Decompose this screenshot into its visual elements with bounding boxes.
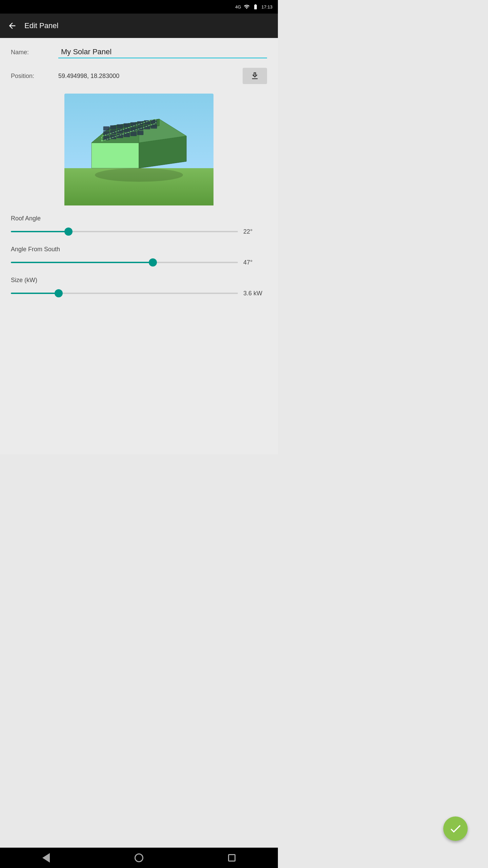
roof-angle-section: Roof Angle 22° [11,215,267,238]
svg-rect-8 [110,125,116,130]
svg-rect-20 [137,126,143,130]
network-type: 4G [235,4,241,9]
svg-rect-18 [124,128,130,132]
roof-angle-label: Roof Angle [11,215,267,222]
house-illustration [11,94,267,205]
svg-rect-12 [137,121,143,125]
size-slider[interactable] [11,293,238,294]
svg-rect-7 [103,126,109,131]
roof-angle-slider[interactable] [11,231,238,232]
angle-from-south-section: Angle From South 47° [11,246,267,269]
svg-rect-9 [117,124,123,129]
page-title: Edit Panel [24,21,58,30]
size-label: Size (kW) [11,277,267,284]
svg-rect-23 [103,136,109,140]
angle-from-south-track [11,256,238,269]
svg-rect-16 [110,130,116,134]
status-time: 17:13 [261,4,272,9]
roof-angle-row: 22° [11,225,267,238]
svg-rect-10 [124,123,130,127]
position-value: 59.494998, 18.283000 [58,73,243,80]
svg-point-30 [95,168,183,182]
angle-from-south-row: 47° [11,256,267,269]
size-value: 3.6 kW [243,290,267,297]
roof-angle-track [11,225,238,238]
size-track [11,287,238,299]
angle-from-south-value: 47° [243,259,267,266]
angle-from-south-slider[interactable] [11,262,238,263]
status-bar: 4G 17:13 [0,0,278,14]
name-field-row: Name: [11,46,267,58]
svg-rect-28 [137,131,143,135]
angle-from-south-label: Angle From South [11,246,267,253]
position-label: Position: [11,73,58,80]
position-field-row: Position: 59.494998, 18.283000 [11,68,267,84]
svg-marker-2 [92,143,139,168]
svg-rect-27 [130,132,137,136]
signal-icon [244,4,250,10]
name-label: Name: [11,49,58,56]
svg-rect-22 [151,124,157,129]
name-input[interactable] [58,46,267,58]
svg-rect-24 [110,135,116,139]
svg-rect-26 [124,133,130,137]
back-button[interactable] [5,19,19,33]
position-download-button[interactable] [243,68,267,84]
size-section: Size (kW) 3.6 kW [11,277,267,299]
content-area: Name: Position: 59.494998, 18.283000 [0,38,278,454]
battery-icon [252,4,259,10]
size-row: 3.6 kW [11,287,267,299]
roof-angle-value: 22° [243,228,267,235]
svg-rect-15 [103,131,109,135]
app-bar: Edit Panel [0,14,278,38]
